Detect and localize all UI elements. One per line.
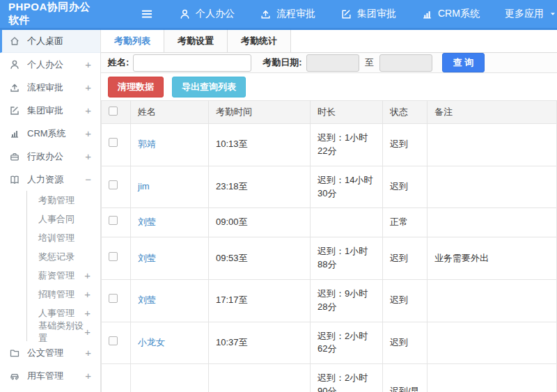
sidebar-sub-item[interactable]: 基础类别设置+ bbox=[27, 322, 100, 341]
attendance-time: 10:13至 bbox=[209, 124, 311, 166]
sidebar-sub-list: 考勤管理人事合同培训管理奖惩记录薪资管理+招聘管理+人事管理+基础类别设置+ bbox=[26, 191, 100, 341]
expand-toggle-icon[interactable]: + bbox=[85, 370, 91, 382]
topnav-item[interactable]: 个人办公 bbox=[179, 8, 235, 20]
sidebar-item[interactable]: 集团审批+ bbox=[0, 99, 100, 122]
sidebar-sub-item[interactable]: 奖惩记录 bbox=[27, 247, 100, 266]
sidebar-item[interactable]: CRM系统+ bbox=[0, 122, 100, 145]
export-list-button[interactable]: 导出查询列表 bbox=[172, 77, 246, 97]
sidebar-sub-item[interactable]: 招聘管理+ bbox=[27, 285, 100, 304]
duration: 迟到：9小时28分 bbox=[311, 279, 383, 322]
home-icon bbox=[9, 36, 20, 47]
row-checkbox[interactable] bbox=[109, 138, 118, 147]
tab-考勤列表[interactable]: 考勤列表 bbox=[101, 30, 164, 52]
clean-data-button[interactable]: 清理数据 bbox=[108, 77, 164, 97]
attendance-time: 10:54至10:54 bbox=[209, 364, 311, 392]
tab-考勤统计[interactable]: 考勤统计 bbox=[228, 30, 291, 52]
sidebar-item[interactable]: 个人办公+ bbox=[0, 53, 100, 76]
expand-toggle-icon[interactable]: + bbox=[85, 58, 91, 70]
employee-name-link[interactable]: 刘莹 bbox=[138, 253, 156, 263]
search-button[interactable]: 查 询 bbox=[442, 53, 485, 72]
remark bbox=[427, 124, 557, 166]
topnav-item-label: CRM系统 bbox=[438, 8, 480, 20]
caret-down-icon bbox=[549, 10, 557, 18]
main-content: 考勤列表考勤设置考勤统计 姓名: 考勤日期: 至 查 询 清理数据 导出查询列表… bbox=[101, 30, 557, 392]
sidebar-sub-item-label: 招聘管理 bbox=[38, 288, 74, 301]
row-checkbox[interactable] bbox=[109, 294, 118, 303]
expand-toggle-icon[interactable]: + bbox=[85, 150, 91, 162]
tab-考勤设置[interactable]: 考勤设置 bbox=[164, 30, 228, 52]
topnav-item-label: 个人办公 bbox=[196, 8, 235, 20]
folder-icon bbox=[9, 347, 20, 359]
remark: 业务需要外出 bbox=[427, 237, 557, 280]
employee-name-link[interactable]: 刘莹 bbox=[138, 295, 156, 305]
status: 迟到 bbox=[383, 124, 427, 166]
row-checkbox[interactable] bbox=[109, 180, 118, 189]
duration: 迟到：2小时90分早退：7小时10分 bbox=[311, 364, 383, 392]
table-row: 郭靖10:13至迟到：1小时22分迟到 bbox=[102, 124, 557, 166]
sidebar-sub-item[interactable]: 培训管理 bbox=[27, 228, 100, 247]
sidebar-item[interactable]: 流程审批+ bbox=[0, 76, 100, 99]
sidebar-sub-item[interactable]: 薪资管理+ bbox=[27, 266, 100, 285]
remark bbox=[427, 322, 557, 364]
menu-icon[interactable] bbox=[140, 7, 154, 21]
sidebar-item[interactable]: 个人桌面 bbox=[0, 30, 100, 53]
expand-toggle-icon[interactable]: + bbox=[84, 307, 91, 319]
status: 正常 bbox=[383, 208, 427, 237]
expand-toggle-icon[interactable]: + bbox=[84, 326, 91, 338]
date-label: 考勤日期: bbox=[262, 56, 301, 69]
sidebar-item-label: 个人桌面 bbox=[27, 35, 63, 47]
column-header: 时长 bbox=[311, 101, 383, 124]
topnav-item[interactable]: CRM系统 bbox=[421, 8, 480, 20]
sidebar-item[interactable]: 行政办公+ bbox=[0, 145, 100, 168]
employee-name-link[interactable]: 刘莹 bbox=[138, 217, 156, 227]
column-header: 备注 bbox=[427, 101, 557, 124]
sidebar-item-label: 人力资源 bbox=[27, 173, 63, 186]
sidebar-sub-item-label: 人事管理 bbox=[38, 307, 74, 320]
date-from-input[interactable] bbox=[306, 54, 359, 72]
select-all-checkbox[interactable] bbox=[109, 107, 118, 116]
expand-toggle-icon[interactable]: − bbox=[85, 173, 91, 185]
expand-toggle-icon[interactable]: + bbox=[85, 127, 91, 139]
sidebar-item[interactable]: 公文管理+ bbox=[0, 341, 100, 364]
toolbar: 清理数据 导出查询列表 bbox=[101, 73, 557, 100]
duration bbox=[311, 208, 383, 237]
expand-toggle-icon[interactable]: + bbox=[85, 81, 91, 93]
expand-toggle-icon[interactable]: + bbox=[84, 288, 91, 300]
chart-icon bbox=[421, 8, 433, 20]
row-checkbox[interactable] bbox=[109, 252, 118, 261]
to-label: 至 bbox=[365, 56, 374, 69]
employee-name-link[interactable]: 郭靖 bbox=[138, 139, 156, 149]
row-checkbox[interactable] bbox=[109, 216, 118, 225]
name-input[interactable] bbox=[133, 54, 251, 72]
attendance-time: 10:37至 bbox=[209, 322, 311, 364]
remark bbox=[427, 166, 557, 208]
employee-name-link[interactable]: 小龙女 bbox=[138, 337, 165, 347]
table-header-row: 姓名考勤时间时长状态备注 bbox=[102, 101, 557, 124]
expand-toggle-icon[interactable]: + bbox=[85, 347, 91, 359]
topnav-item-label: 流程审批 bbox=[276, 8, 315, 20]
car-icon bbox=[9, 370, 20, 382]
employee-name-link[interactable]: jim bbox=[138, 181, 150, 191]
table-row: 刘莹09:53至迟到：1小时88分迟到业务需要外出 bbox=[102, 237, 557, 280]
duration: 迟到：2小时62分 bbox=[311, 322, 383, 364]
sidebar-sub-item[interactable]: 人事合同 bbox=[27, 210, 100, 228]
flow-icon bbox=[9, 82, 20, 93]
attendance-time: 09:00至 bbox=[209, 208, 311, 237]
sidebar-item[interactable]: 人力资源− bbox=[0, 168, 100, 191]
topnav-item-label: 更多应用 bbox=[505, 8, 544, 20]
sidebar-item[interactable]: 用车管理+ bbox=[0, 364, 100, 387]
row-checkbox[interactable] bbox=[109, 336, 118, 345]
sidebar-sub-item-label: 人事合同 bbox=[38, 213, 74, 226]
sidebar-sub-item-label: 基础类别设置 bbox=[38, 320, 84, 345]
topnav-item[interactable]: 流程审批 bbox=[260, 8, 315, 20]
topbar: PHPOA协同办公软件 个人办公流程审批集团审批CRM系统更多应用 bbox=[0, 0, 557, 30]
duration: 迟到：1小时88分 bbox=[311, 237, 383, 280]
expand-toggle-icon[interactable]: + bbox=[85, 104, 91, 116]
topnav-item[interactable]: 集团审批 bbox=[340, 8, 396, 20]
date-to-input[interactable] bbox=[379, 54, 432, 72]
column-header: 姓名 bbox=[131, 101, 209, 124]
topnav-item[interactable]: 更多应用 bbox=[505, 8, 557, 20]
duration: 迟到：1小时22分 bbox=[311, 124, 383, 166]
expand-toggle-icon[interactable]: + bbox=[84, 269, 91, 281]
sidebar-sub-item[interactable]: 考勤管理 bbox=[27, 191, 100, 210]
